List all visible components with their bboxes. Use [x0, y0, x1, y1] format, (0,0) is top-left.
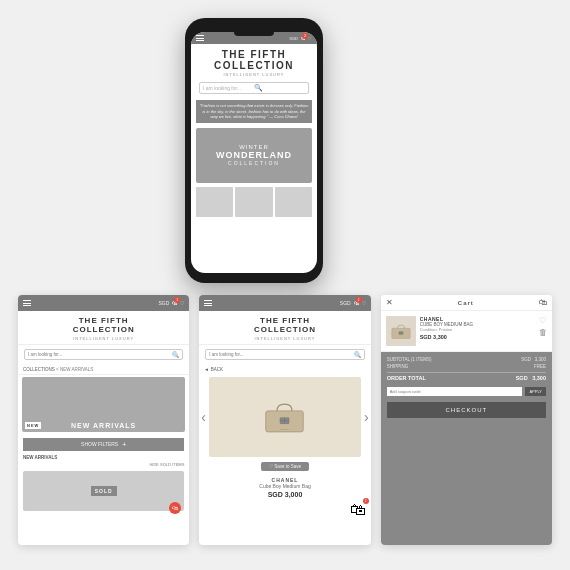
screen1-wishlist-icon[interactable]: ♡ — [180, 300, 184, 306]
search-bar-lp[interactable]: I am looking for... 🔍 — [199, 82, 309, 94]
screen1-brand-title: THE FiFTh COLLECTION — [22, 317, 185, 335]
cart-header-bar: ✕ Cart 🛍 — [381, 295, 552, 311]
product-name: Cube Boy Medium Bag — [204, 483, 365, 489]
shipping-label: SHIPPING — [387, 364, 409, 369]
product-price: SGD 3,000 — [204, 491, 365, 498]
subtotal-label: SUBTOTAL (1 ITEMS) — [387, 357, 432, 362]
shipping-value: FREE — [534, 364, 546, 369]
screen-cart: ✕ Cart 🛍 CHANEL CUBE BOY MEDIUM BAG Cond… — [381, 295, 552, 545]
cart-item-details: CHANEL CUBE BOY MEDIUM BAG Condition: Pr… — [420, 316, 535, 346]
product-next-arrow[interactable]: › — [364, 409, 369, 425]
product-cart-btn[interactable]: 🛍 2 — [350, 501, 366, 519]
product-cart-badge: 2 — [363, 498, 369, 504]
product-info: CHANEL Cube Boy Medium Bag SGD 3,000 — [199, 474, 370, 501]
screen1-search-icon[interactable]: 🔍 — [172, 351, 179, 358]
phone-notch — [234, 28, 274, 36]
product-cart-float-area: 🛍 2 — [199, 501, 370, 519]
screen1-collections-nav: COLLECTIONS < NEW ARRIVALS — [18, 364, 189, 375]
hamburger-icon[interactable] — [196, 35, 204, 41]
screen2-header: SGD 🛍 2 ♡ — [199, 295, 370, 311]
screen1-brand-tagline: INTELLIGENT LUXURY — [22, 336, 185, 341]
winter-banner-lp[interactable]: WINTER WONDERLAND COLLECTION — [196, 128, 312, 183]
screen2-wishlist-icon[interactable]: ♡ — [362, 300, 366, 306]
screen2-currency: SGD — [340, 300, 351, 306]
screen1-content: COLLECTIONS < NEW ARRIVALS NEW ARRIVALS … — [18, 364, 189, 545]
header-actions: SGD 🛍 2 ♡ — [289, 36, 312, 41]
grid-item-2[interactable] — [235, 187, 272, 217]
cart-title: Cart — [458, 300, 474, 306]
brand-title-lp: THE FIFTH COLLECTION — [195, 49, 313, 71]
screen3-content: ✕ Cart 🛍 CHANEL CUBE BOY MEDIUM BAG Cond… — [381, 295, 552, 545]
search-icon-lp[interactable]: 🔍 — [254, 84, 305, 92]
subtotal-value: SGD 3,300 — [521, 357, 546, 362]
screen2-search-input[interactable] — [209, 352, 353, 357]
screen1-hero-banner[interactable]: NEW ARRIVALS NEW — [22, 377, 185, 432]
cart-item-row: CHANEL CUBE BOY MEDIUM BAG Condition: Pr… — [381, 311, 552, 352]
apply-coupon-btn[interactable]: APPLY — [525, 387, 546, 396]
grid-item-1[interactable] — [196, 187, 233, 217]
screen-product-detail: SGD 🛍 2 ♡ THE FiFTH COLLECTION INTELLIGE… — [199, 295, 370, 545]
currency-label: SGD — [289, 36, 298, 41]
sold-badge: SOLD — [91, 486, 117, 496]
new-arrivals-link[interactable]: NEW ARRIVALS — [60, 367, 93, 372]
winter-title: WONDERLAND — [216, 150, 292, 160]
search-placeholder-lp: I am looking for... — [203, 85, 254, 91]
screen2-brand-tagline: INTELLIGENT LUXURY — [203, 336, 366, 341]
order-total-label: ORDER TOTAL — [387, 375, 426, 381]
screen2-header-right: SGD 🛍 2 ♡ — [340, 300, 366, 306]
screens-row: SGD 🛍 2 ♡ THE FiFTh COLLECTION INTELLIGE… — [18, 295, 552, 545]
screen2-cart-icon[interactable]: 🛍 2 — [354, 300, 359, 306]
grid-item-3[interactable] — [275, 187, 312, 217]
winter-collection: COLLECTION — [216, 160, 292, 166]
screen-new-arrivals: SGD 🛍 2 ♡ THE FiFTh COLLECTION INTELLIGE… — [18, 295, 189, 545]
back-arrow-icon: ◄ — [204, 367, 208, 372]
screen2-brand: THE FiFTH COLLECTION INTELLIGENT LUXURY — [199, 311, 370, 345]
filter-plus-icon: + — [122, 441, 126, 448]
screen1-search[interactable]: 🔍 — [24, 349, 183, 360]
screen1-currency: SGD — [158, 300, 169, 306]
brand-tagline-lp: INTELLIGENT LUXURY — [195, 72, 313, 77]
cart-totals: SUBTOTAL (1 ITEMS) SGD 3,300 SHIPPING FR… — [381, 352, 552, 545]
cart-item-image — [386, 316, 416, 346]
cart-bag-icon: 🛍 — [539, 298, 547, 307]
coupon-input[interactable] — [387, 387, 523, 396]
svg-rect-6 — [398, 332, 402, 335]
coupon-row: APPLY — [387, 387, 546, 396]
quote-text-lp: "Fashion is not something that exists in… — [200, 103, 309, 119]
hide-sold-items[interactable]: HIDE SOLD ITEMS — [18, 462, 189, 469]
product-bag-image: CHANEL — [262, 399, 307, 434]
show-filters-btn[interactable]: SHOW FILTERS + — [23, 438, 184, 451]
cart-item-condition: Condition: Pristine — [420, 327, 535, 332]
wishlist-icon-lp[interactable]: ♡ — [308, 36, 312, 41]
cart-item-wishlist-btn[interactable]: ♡ — [539, 316, 546, 325]
screen2-search[interactable]: 🔍 — [205, 349, 364, 360]
cart-close-icon[interactable]: ✕ — [386, 298, 393, 307]
subtotal-row: SUBTOTAL (1 ITEMS) SGD 3,300 — [387, 357, 546, 362]
back-nav[interactable]: ◄ BACK — [199, 364, 370, 375]
phone-screen: SGD 🛍 2 ♡ THE FIFTH COLLECTION INTELLIGE… — [191, 32, 317, 273]
screen2-hamburger[interactable] — [204, 300, 212, 306]
checkout-btn[interactable]: CHECKOUT — [387, 402, 546, 418]
winter-banner-text: WINTER WONDERLAND COLLECTION — [216, 144, 292, 166]
cart-badge-lp: 2 — [302, 33, 308, 39]
screen1-search-input[interactable] — [28, 352, 172, 357]
hero-title: NEW ARRIVALS — [22, 422, 185, 429]
screen2-search-icon[interactable]: 🔍 — [354, 351, 361, 358]
collections-link[interactable]: COLLECTIONS — [23, 367, 55, 372]
screen1-cart-icon[interactable]: 🛍 2 — [172, 300, 177, 306]
brand-area-lp: THE FIFTH COLLECTION INTELLIGENT LUXURY — [191, 44, 317, 79]
product-detail-image: ‹ CHANEL › — [209, 377, 360, 457]
cart-item-bag-svg — [390, 322, 412, 340]
back-label[interactable]: BACK — [211, 367, 223, 372]
sold-item-cart[interactable]: 🛍 — [169, 502, 181, 514]
order-total-row: ORDER TOTAL SGD 3,300 — [387, 372, 546, 381]
cart-item-delete-btn[interactable]: 🗑 — [539, 328, 547, 337]
sold-item: SOLD 🛍 — [23, 471, 184, 511]
product-prev-arrow[interactable]: ‹ — [201, 409, 206, 425]
screen1-hamburger[interactable] — [23, 300, 31, 306]
cart-icon-lp[interactable]: 🛍 2 — [301, 36, 305, 41]
screen2-cart-badge: 2 — [356, 297, 362, 303]
save-to-wishlist-btn[interactable]: ♡ Save to Save — [261, 462, 309, 471]
screen1-header-right: SGD 🛍 2 ♡ — [158, 300, 184, 306]
new-label: NEW — [25, 422, 41, 429]
